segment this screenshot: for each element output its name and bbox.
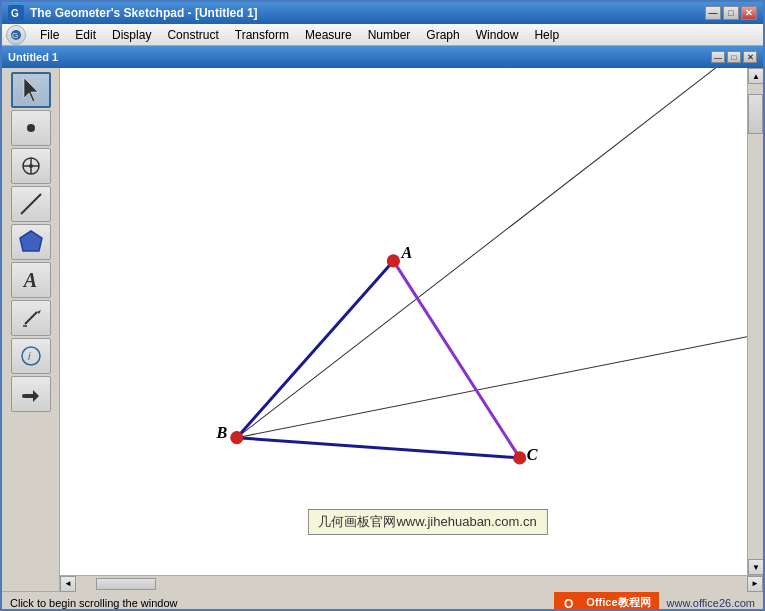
inner-title-controls: — □ ✕ [711,51,757,63]
svg-point-5 [27,124,35,132]
svg-line-23 [393,261,519,458]
canvas-container: A B C 几何画板官网www.jihehuaban.com.cn [60,68,763,591]
menu-bar: G File Edit Display Construct Transform … [2,24,763,46]
svg-marker-13 [37,310,41,314]
scroll-right-button[interactable]: ► [747,576,763,592]
svg-line-19 [237,68,747,438]
svg-point-15 [22,347,40,365]
menu-edit[interactable]: Edit [67,24,104,46]
inner-title-text: Untitled 1 [8,51,58,63]
title-bar-left: G The Geometer's Sketchpad - [Untitled 1… [8,5,258,21]
title-bar-controls: — □ ✕ [705,6,757,20]
status-bar: Click to begin scrolling the window O Of… [2,591,763,611]
text-tool[interactable]: A [11,262,51,298]
main-content: A i [2,68,763,591]
app-menu-icon[interactable]: G [6,25,26,45]
inner-restore-button[interactable]: □ [727,51,741,63]
select-tool[interactable] [11,72,51,108]
office-url: www.office26.com [667,597,755,609]
scroll-v-thumb[interactable] [748,94,763,134]
svg-line-10 [21,194,41,214]
svg-marker-17 [25,390,39,402]
svg-text:B: B [216,424,228,441]
svg-marker-4 [24,78,38,102]
inner-title-bar: Untitled 1 — □ ✕ [2,46,763,68]
menu-construct[interactable]: Construct [159,24,226,46]
svg-point-28 [514,452,526,464]
svg-line-12 [25,312,37,324]
polygon-tool[interactable] [11,224,51,260]
menu-number[interactable]: Number [360,24,419,46]
menu-display[interactable]: Display [104,24,159,46]
title-text: The Geometer's Sketchpad - [Untitled 1] [30,6,258,20]
inner-minimize-button[interactable]: — [711,51,725,63]
svg-text:G: G [11,8,19,19]
scroll-up-button[interactable]: ▲ [748,68,764,84]
canvas-and-scrollbar: A B C 几何画板官网www.jihehuaban.com.cn [60,68,763,575]
geometry-canvas: A B C [60,68,747,575]
scroll-h-thumb[interactable] [96,578,156,590]
menu-graph[interactable]: Graph [418,24,467,46]
watermark: 几何画板官网www.jihehuaban.com.cn [307,509,547,535]
canvas-area[interactable]: A B C 几何画板官网www.jihehuaban.com.cn [60,68,747,575]
move-tool[interactable] [11,376,51,412]
horizontal-scrollbar[interactable]: ◄ ► [60,575,763,591]
svg-text:A: A [400,244,412,261]
scroll-left-button[interactable]: ◄ [60,576,76,592]
svg-point-24 [387,255,399,267]
close-button[interactable]: ✕ [741,6,757,20]
menu-help[interactable]: Help [526,24,567,46]
svg-point-26 [231,432,243,444]
office-label: Office教程网 [586,595,650,610]
point-tool[interactable] [11,110,51,146]
minimize-button[interactable]: — [705,6,721,20]
svg-point-18 [22,394,26,398]
status-message: Click to begin scrolling the window [10,597,178,609]
app-wrapper: G The Geometer's Sketchpad - [Untitled 1… [0,0,765,611]
toolbar: A i [2,68,60,591]
menu-measure[interactable]: Measure [297,24,360,46]
menu-window[interactable]: Window [468,24,527,46]
maximize-button[interactable]: □ [723,6,739,20]
app-icon: G [8,5,24,21]
office-badge: O Office教程网 [554,591,658,612]
scroll-down-button[interactable]: ▼ [748,559,764,575]
vertical-scrollbar[interactable]: ▲ ▼ [747,68,763,575]
svg-marker-11 [20,231,42,251]
office-icon: O [562,593,582,612]
compass-tool[interactable] [11,148,51,184]
svg-text:O: O [564,597,573,611]
inner-close-button[interactable]: ✕ [743,51,757,63]
svg-text:G: G [12,31,18,40]
menu-file[interactable]: File [32,24,67,46]
svg-line-22 [237,438,520,458]
scroll-v-track[interactable] [748,84,763,559]
scroll-h-track[interactable] [76,576,747,592]
menu-transform[interactable]: Transform [227,24,297,46]
svg-text:i: i [28,350,31,362]
status-right: O Office教程网 www.office26.com [554,591,755,612]
svg-text:C: C [527,446,538,463]
marker-tool[interactable] [11,300,51,336]
title-bar: G The Geometer's Sketchpad - [Untitled 1… [2,2,763,24]
line-tool[interactable] [11,186,51,222]
info-tool[interactable]: i [11,338,51,374]
